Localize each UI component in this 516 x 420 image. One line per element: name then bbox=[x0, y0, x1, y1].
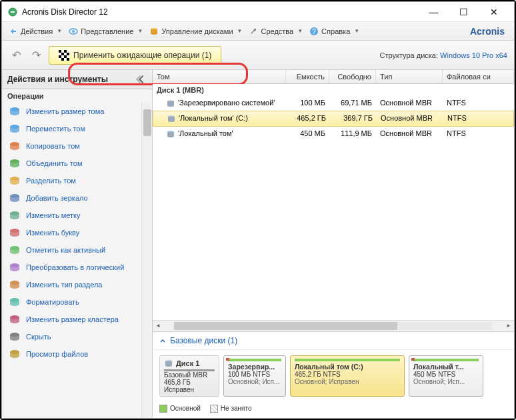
disk-structure: Структура диска: Windows 10 Pro x64 bbox=[380, 51, 508, 59]
col-free[interactable]: Свободно bbox=[329, 70, 376, 83]
svg-text:?: ? bbox=[312, 28, 316, 35]
op-icon bbox=[9, 192, 21, 204]
table-row[interactable]: 'Зарезервировано системой' 100 МБ 69,71 … bbox=[153, 96, 514, 111]
volume-icon bbox=[166, 99, 175, 108]
sidebar-op-item[interactable]: Изменить размер тома bbox=[5, 103, 149, 120]
brand-logo: Acronis bbox=[470, 26, 510, 37]
disk-map: Диск 1 Базовый MBR 465,8 ГБ Исправен Зар… bbox=[153, 350, 514, 402]
svg-rect-10 bbox=[61, 53, 64, 55]
toolbar: ↶ ↷ Применить ожидающие операции (1) Стр… bbox=[2, 41, 514, 70]
col-volume[interactable]: Том bbox=[153, 70, 286, 83]
sidebar-op-item[interactable]: Добавить зеркало bbox=[5, 189, 149, 207]
partition-block[interactable]: Локальный том (C:)465,2 ГБ NTFSОсновной;… bbox=[290, 355, 405, 397]
table-row[interactable]: 'Локальный том' 450 МБ 111,9 МБ Основной… bbox=[153, 127, 514, 141]
disk-info-block[interactable]: Диск 1 Базовый MBR 465,8 ГБ Исправен bbox=[159, 355, 219, 397]
menu-tools[interactable]: Средства▼ bbox=[246, 25, 305, 37]
sidebar-op-item[interactable]: Просмотр файлов bbox=[5, 345, 149, 363]
sidebar-op-item[interactable]: Преобразовать в логический bbox=[5, 259, 149, 276]
volume-table-body: Диск 1 (MBR) 'Зарезервировано системой' … bbox=[153, 84, 514, 320]
op-label: Форматировать bbox=[26, 298, 79, 306]
op-icon bbox=[9, 348, 21, 360]
menu-help[interactable]: ?Справка▼ bbox=[307, 25, 362, 37]
svg-point-3 bbox=[72, 30, 75, 33]
sidebar-op-item[interactable]: Форматировать bbox=[5, 293, 149, 311]
svg-rect-9 bbox=[64, 50, 67, 53]
flag-icon bbox=[59, 50, 69, 61]
op-label: Переместить том bbox=[26, 125, 85, 133]
redo-button[interactable]: ↷ bbox=[29, 48, 43, 63]
sidebar-op-item[interactable]: Изменить букву bbox=[5, 224, 149, 241]
sidebar-op-item[interactable]: Отметить как активный bbox=[5, 241, 149, 259]
operations-section-label: Операции bbox=[2, 89, 152, 103]
volume-table-header: Том Емкость Свободно Тип Файловая си bbox=[153, 70, 514, 84]
close-button[interactable]: ✕ bbox=[479, 3, 509, 21]
op-icon bbox=[9, 313, 21, 325]
op-label: Изменить тип раздела bbox=[26, 281, 103, 289]
horizontal-scrollbar[interactable]: ◄► bbox=[153, 320, 514, 331]
svg-rect-13 bbox=[64, 55, 67, 58]
legend-main-icon bbox=[159, 405, 167, 413]
minimize-button[interactable]: — bbox=[419, 3, 449, 21]
svg-rect-8 bbox=[59, 50, 61, 53]
op-label: Добавить зеркало bbox=[26, 194, 88, 202]
op-icon bbox=[9, 261, 21, 273]
op-icon bbox=[9, 175, 21, 187]
col-type[interactable]: Тип bbox=[376, 70, 443, 83]
disk-structure-link[interactable]: Windows 10 Pro x64 bbox=[440, 51, 507, 59]
sidebar-header: Действия и инструменты bbox=[2, 70, 152, 89]
op-label: Преобразовать в логический bbox=[26, 263, 124, 271]
apply-pending-button[interactable]: Применить ожидающие операции (1) bbox=[49, 46, 221, 65]
chevron-up-icon bbox=[159, 337, 166, 344]
menu-view[interactable]: Представление▼ bbox=[66, 25, 145, 37]
col-fs[interactable]: Файловая си bbox=[443, 70, 514, 83]
maximize-button[interactable]: ☐ bbox=[449, 3, 479, 21]
titlebar: Acronis Disk Director 12 — ☐ ✕ bbox=[2, 2, 514, 22]
op-icon bbox=[9, 227, 21, 239]
sidebar-op-item[interactable]: Изменить тип раздела bbox=[5, 276, 149, 293]
op-label: Изменить букву bbox=[26, 229, 79, 237]
sidebar-scrollbar[interactable] bbox=[141, 103, 152, 418]
undo-button[interactable]: ↶ bbox=[9, 48, 23, 63]
op-icon bbox=[9, 244, 21, 256]
op-icon bbox=[9, 279, 21, 291]
op-label: Разделить том bbox=[26, 177, 76, 185]
sidebar: Действия и инструменты Операции Изменить… bbox=[2, 70, 153, 418]
op-icon bbox=[9, 105, 21, 117]
legend-free-icon bbox=[210, 405, 218, 413]
partition-block[interactable]: Зарезервир...100 МБ NTFSОсновной; Исп... bbox=[223, 355, 286, 397]
op-icon bbox=[9, 209, 21, 221]
flag-icon bbox=[411, 357, 417, 364]
menu-actions[interactable]: Действия▼ bbox=[6, 25, 65, 37]
sidebar-op-item[interactable]: Изменить метку bbox=[5, 207, 149, 224]
op-icon bbox=[9, 331, 21, 343]
basic-disks-header[interactable]: Базовые диски (1) bbox=[153, 332, 514, 350]
sidebar-op-item[interactable]: Скрыть bbox=[5, 328, 149, 345]
sidebar-op-item[interactable]: Разделить том bbox=[5, 172, 149, 189]
svg-rect-11 bbox=[67, 53, 69, 55]
disk-icon bbox=[164, 359, 173, 368]
menu-disk-mgmt[interactable]: Управление дисками▼ bbox=[147, 25, 245, 37]
col-capacity[interactable]: Емкость bbox=[286, 70, 329, 83]
sidebar-op-item[interactable]: Переместить том bbox=[5, 120, 149, 137]
op-icon bbox=[9, 140, 21, 152]
main-panel: Том Емкость Свободно Тип Файловая си Дис… bbox=[153, 70, 514, 418]
op-icon bbox=[9, 157, 21, 169]
operations-list: Изменить размер томаПереместить томКопир… bbox=[2, 103, 152, 418]
svg-rect-14 bbox=[61, 58, 64, 61]
collapse-icon[interactable] bbox=[136, 74, 147, 85]
sidebar-op-item[interactable]: Копировать том bbox=[5, 137, 149, 155]
op-label: Скрыть bbox=[26, 333, 51, 341]
partition-block[interactable]: Локальный т...450 МБ NTFSОсновной; Исп..… bbox=[409, 355, 483, 397]
disk-group-row[interactable]: Диск 1 (MBR) bbox=[153, 84, 514, 96]
op-icon bbox=[9, 123, 21, 135]
sidebar-op-item[interactable]: Объединить том bbox=[5, 155, 149, 172]
op-label: Просмотр файлов bbox=[26, 350, 88, 358]
app-icon bbox=[7, 7, 18, 17]
op-label: Копировать том bbox=[26, 142, 80, 150]
op-label: Изменить размер тома bbox=[26, 107, 104, 115]
volume-icon bbox=[167, 114, 176, 123]
svg-rect-15 bbox=[67, 58, 69, 61]
table-row[interactable]: 'Локальный том' (C:) 465,2 ГБ 369,7 ГБ О… bbox=[153, 111, 514, 127]
sidebar-op-item[interactable]: Изменить размер кластера bbox=[5, 311, 149, 328]
op-label: Объединить том bbox=[26, 159, 82, 167]
